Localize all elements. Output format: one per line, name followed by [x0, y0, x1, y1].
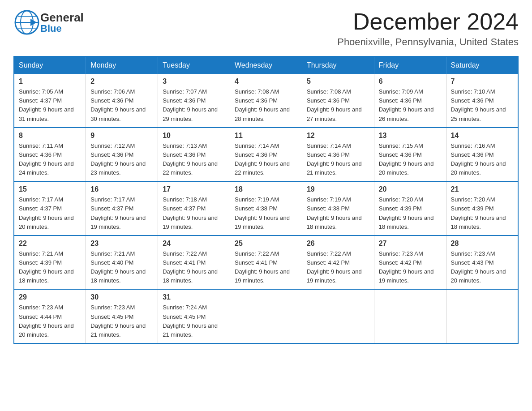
calendar-cell: 14Sunrise: 7:16 AMSunset: 4:36 PMDayligh… [446, 128, 518, 182]
day-number: 11 [235, 132, 297, 140]
page-title: December 2024 [337, 9, 519, 34]
day-info: Sunrise: 7:21 AMSunset: 4:40 PMDaylight:… [90, 249, 153, 286]
calendar-week-4: 22Sunrise: 7:21 AMSunset: 4:39 PMDayligh… [14, 235, 518, 290]
calendar-cell: 2Sunrise: 7:06 AMSunset: 4:36 PMDaylight… [86, 74, 158, 128]
calendar-week-2: 8Sunrise: 7:11 AMSunset: 4:36 PMDaylight… [14, 128, 518, 182]
calendar-cell: 1Sunrise: 7:05 AMSunset: 4:37 PMDaylight… [14, 74, 86, 128]
day-number: 15 [19, 185, 81, 193]
logo: General Blue [13, 9, 84, 36]
day-info: Sunrise: 7:08 AMSunset: 4:36 PMDaylight:… [235, 87, 297, 124]
day-info: Sunrise: 7:20 AMSunset: 4:39 PMDaylight:… [451, 195, 513, 231]
calendar-cell: 31Sunrise: 7:24 AMSunset: 4:45 PMDayligh… [158, 289, 230, 343]
logo-text-block: General Blue [40, 11, 84, 34]
day-number: 23 [90, 240, 153, 248]
day-info: Sunrise: 7:09 AMSunset: 4:36 PMDaylight:… [379, 87, 442, 124]
day-number: 2 [90, 77, 153, 86]
calendar-cell [446, 289, 518, 343]
calendar-cell: 24Sunrise: 7:22 AMSunset: 4:41 PMDayligh… [158, 235, 230, 290]
day-number: 1 [19, 77, 81, 86]
calendar-week-1: 1Sunrise: 7:05 AMSunset: 4:37 PMDaylight… [14, 74, 518, 128]
calendar-cell: 12Sunrise: 7:14 AMSunset: 4:36 PMDayligh… [302, 128, 374, 182]
calendar-week-3: 15Sunrise: 7:17 AMSunset: 4:37 PMDayligh… [14, 181, 518, 235]
calendar-cell: 23Sunrise: 7:21 AMSunset: 4:40 PMDayligh… [86, 235, 158, 290]
calendar-cell: 9Sunrise: 7:12 AMSunset: 4:36 PMDaylight… [86, 128, 158, 182]
col-tuesday: Tuesday [158, 56, 230, 74]
day-info: Sunrise: 7:08 AMSunset: 4:36 PMDaylight:… [307, 87, 369, 124]
page-subtitle: Phoenixville, Pennsylvania, United State… [337, 36, 519, 48]
calendar-cell: 18Sunrise: 7:19 AMSunset: 4:38 PMDayligh… [230, 181, 302, 235]
day-info: Sunrise: 7:12 AMSunset: 4:36 PMDaylight:… [90, 141, 153, 178]
day-number: 7 [451, 77, 513, 86]
day-number: 4 [235, 77, 297, 86]
day-number: 19 [307, 185, 369, 193]
calendar-cell: 19Sunrise: 7:19 AMSunset: 4:38 PMDayligh… [302, 181, 374, 235]
day-info: Sunrise: 7:13 AMSunset: 4:36 PMDaylight:… [163, 141, 225, 178]
col-monday: Monday [86, 56, 158, 74]
day-info: Sunrise: 7:11 AMSunset: 4:36 PMDaylight:… [19, 141, 81, 178]
calendar-cell: 6Sunrise: 7:09 AMSunset: 4:36 PMDaylight… [374, 74, 446, 128]
calendar-cell: 5Sunrise: 7:08 AMSunset: 4:36 PMDaylight… [302, 74, 374, 128]
calendar-cell [374, 289, 446, 343]
day-info: Sunrise: 7:23 AMSunset: 4:45 PMDaylight:… [90, 303, 153, 339]
calendar-cell: 10Sunrise: 7:13 AMSunset: 4:36 PMDayligh… [158, 128, 230, 182]
calendar-cell: 25Sunrise: 7:22 AMSunset: 4:41 PMDayligh… [230, 235, 302, 290]
day-number: 20 [379, 185, 442, 193]
day-number: 9 [90, 132, 153, 140]
calendar-cell: 26Sunrise: 7:22 AMSunset: 4:42 PMDayligh… [302, 235, 374, 290]
calendar-cell: 20Sunrise: 7:20 AMSunset: 4:39 PMDayligh… [374, 181, 446, 235]
day-info: Sunrise: 7:23 AMSunset: 4:43 PMDaylight:… [451, 249, 513, 286]
calendar-cell [230, 289, 302, 343]
day-number: 14 [451, 132, 513, 140]
calendar-cell: 11Sunrise: 7:14 AMSunset: 4:36 PMDayligh… [230, 128, 302, 182]
day-info: Sunrise: 7:19 AMSunset: 4:38 PMDaylight:… [307, 195, 369, 231]
day-number: 24 [163, 240, 225, 248]
day-number: 17 [163, 185, 225, 193]
title-section: December 2024 Phoenixville, Pennsylvania… [337, 9, 519, 48]
day-number: 29 [19, 293, 81, 301]
day-number: 31 [163, 293, 225, 301]
day-info: Sunrise: 7:17 AMSunset: 4:37 PMDaylight:… [90, 195, 153, 231]
col-wednesday: Wednesday [230, 56, 302, 74]
day-info: Sunrise: 7:23 AMSunset: 4:44 PMDaylight:… [19, 303, 81, 339]
day-info: Sunrise: 7:14 AMSunset: 4:36 PMDaylight:… [235, 141, 297, 178]
day-info: Sunrise: 7:22 AMSunset: 4:41 PMDaylight:… [163, 249, 225, 286]
col-sunday: Sunday [14, 56, 86, 74]
day-number: 28 [451, 240, 513, 248]
col-saturday: Saturday [446, 56, 518, 74]
day-info: Sunrise: 7:22 AMSunset: 4:42 PMDaylight:… [307, 249, 369, 286]
calendar-cell: 29Sunrise: 7:23 AMSunset: 4:44 PMDayligh… [14, 289, 86, 343]
day-number: 3 [163, 77, 225, 86]
calendar-cell: 3Sunrise: 7:07 AMSunset: 4:36 PMDaylight… [158, 74, 230, 128]
day-number: 26 [307, 240, 369, 248]
calendar-cell: 15Sunrise: 7:17 AMSunset: 4:37 PMDayligh… [14, 181, 86, 235]
page-header: General Blue December 2024 Phoenixville,… [13, 9, 519, 48]
day-info: Sunrise: 7:22 AMSunset: 4:41 PMDaylight:… [235, 249, 297, 286]
calendar-cell: 22Sunrise: 7:21 AMSunset: 4:39 PMDayligh… [14, 235, 86, 290]
calendar-cell: 28Sunrise: 7:23 AMSunset: 4:43 PMDayligh… [446, 235, 518, 290]
day-number: 21 [451, 185, 513, 193]
calendar-cell: 27Sunrise: 7:23 AMSunset: 4:42 PMDayligh… [374, 235, 446, 290]
day-info: Sunrise: 7:07 AMSunset: 4:36 PMDaylight:… [163, 87, 225, 124]
day-number: 16 [90, 185, 153, 193]
calendar-cell: 16Sunrise: 7:17 AMSunset: 4:37 PMDayligh… [86, 181, 158, 235]
calendar-cell: 7Sunrise: 7:10 AMSunset: 4:36 PMDaylight… [446, 74, 518, 128]
day-number: 30 [90, 293, 153, 301]
day-info: Sunrise: 7:15 AMSunset: 4:36 PMDaylight:… [379, 141, 442, 178]
day-info: Sunrise: 7:24 AMSunset: 4:45 PMDaylight:… [163, 303, 225, 339]
day-number: 10 [163, 132, 225, 140]
day-number: 25 [235, 240, 297, 248]
day-info: Sunrise: 7:23 AMSunset: 4:42 PMDaylight:… [379, 249, 442, 286]
calendar-header-row: Sunday Monday Tuesday Wednesday Thursday… [14, 56, 518, 74]
calendar-cell [302, 289, 374, 343]
day-number: 5 [307, 77, 369, 86]
day-number: 8 [19, 132, 81, 140]
svg-marker-5 [30, 19, 37, 26]
day-number: 22 [19, 240, 81, 248]
calendar-cell: 4Sunrise: 7:08 AMSunset: 4:36 PMDaylight… [230, 74, 302, 128]
calendar-cell: 30Sunrise: 7:23 AMSunset: 4:45 PMDayligh… [86, 289, 158, 343]
calendar-table: Sunday Monday Tuesday Wednesday Thursday… [13, 56, 519, 344]
calendar-cell: 13Sunrise: 7:15 AMSunset: 4:36 PMDayligh… [374, 128, 446, 182]
day-number: 12 [307, 132, 369, 140]
calendar-cell: 21Sunrise: 7:20 AMSunset: 4:39 PMDayligh… [446, 181, 518, 235]
day-info: Sunrise: 7:21 AMSunset: 4:39 PMDaylight:… [19, 249, 81, 286]
